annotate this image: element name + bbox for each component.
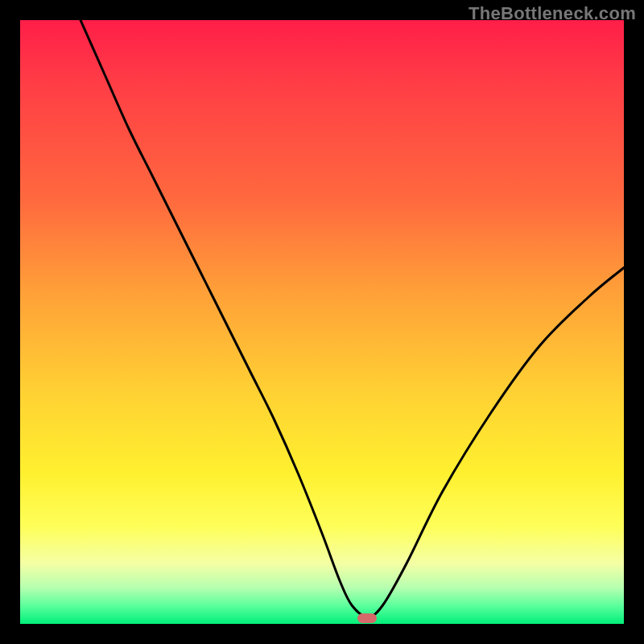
- plot-area: [20, 20, 624, 624]
- chart-canvas: TheBottleneck.com: [0, 0, 644, 644]
- watermark-text: TheBottleneck.com: [469, 3, 636, 24]
- bottleneck-curve: [80, 20, 624, 617]
- curve-svg: [20, 20, 624, 624]
- minimum-marker: [357, 613, 377, 623]
